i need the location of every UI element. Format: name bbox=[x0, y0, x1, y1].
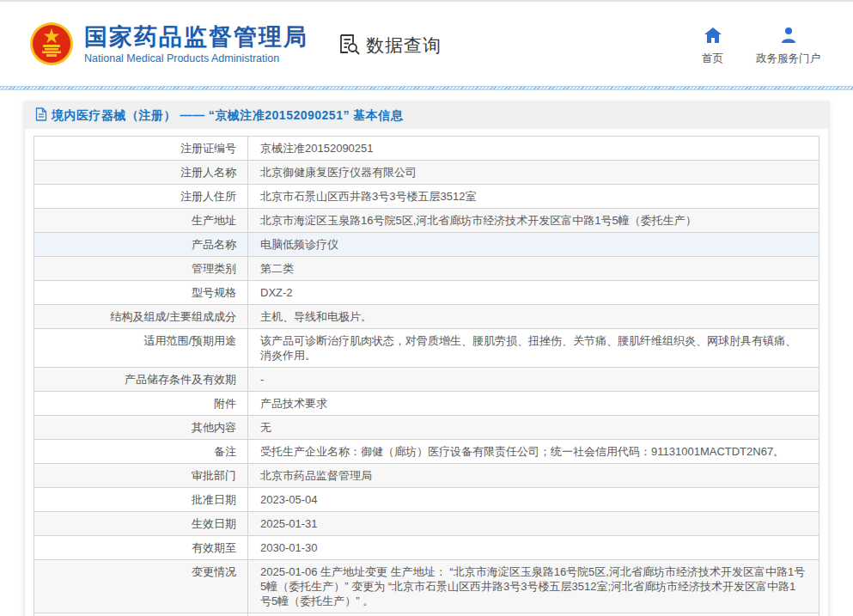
row-label: 有效期至 bbox=[34, 536, 248, 559]
table-row: 生产地址北京市海淀区玉泉路16号院5区,河北省廊坊市经济技术开发区富中路1号5幢… bbox=[34, 209, 819, 233]
table-row: 生效日期2025-01-31 bbox=[34, 512, 819, 536]
nmpa-logo-link[interactable]: 国家药品监督管理局 National Medical Products Admi… bbox=[29, 21, 308, 66]
row-value: 2030-01-30 bbox=[248, 536, 819, 559]
row-value: 北京御健康复医疗仪器有限公司 bbox=[248, 161, 819, 184]
table-row: 型号规格DXZ-2 bbox=[34, 281, 819, 305]
row-value: 2023-05-04 bbox=[248, 488, 819, 511]
nav-gov-portal-label: 政务服务门户 bbox=[756, 52, 820, 66]
row-value: 产品技术要求 bbox=[248, 392, 819, 415]
brand-title-en: National Medical Products Administration bbox=[84, 52, 308, 64]
page-header: 国家药品监督管理局 National Medical Products Admi… bbox=[0, 2, 853, 86]
row-value: 主机、导线和电极片。 bbox=[248, 305, 819, 328]
table-row: 附件产品技术要求 bbox=[34, 392, 819, 416]
table-row: 批准日期2023-05-04 bbox=[34, 488, 819, 512]
document-icon bbox=[35, 107, 52, 125]
row-label: 型号规格 bbox=[34, 281, 248, 304]
nav-gov-portal[interactable]: 政务服务门户 bbox=[756, 27, 820, 66]
row-value: DXZ-2 bbox=[248, 281, 819, 304]
row-value: 2025-01-06 生产地址变更 生产地址： “北京市海淀区玉泉路16号院5区… bbox=[248, 560, 819, 613]
row-value: 北京市石景山区西井路3号3号楼五层3512室 bbox=[248, 185, 819, 208]
table-row: 产品储存条件及有效期- bbox=[34, 368, 819, 392]
row-label: 备注 bbox=[34, 440, 248, 463]
row-value: 受托生产企业名称：御健（廊坊）医疗设备有限责任公司；统一社会信用代码：91131… bbox=[248, 440, 819, 463]
row-label: 生效日期 bbox=[34, 512, 248, 535]
row-label: 结构及组成/主要组成成分 bbox=[34, 305, 248, 328]
row-value: 无 bbox=[248, 416, 819, 439]
table-row: 产品名称电脑低频诊疗仪 bbox=[34, 233, 819, 257]
national-emblem-icon bbox=[29, 21, 74, 66]
row-label: 适用范围/预期用途 bbox=[34, 329, 248, 367]
row-label: 批准日期 bbox=[34, 488, 248, 511]
row-value: 该产品可诊断治疗肌肉状态，对骨质增生、腰肌劳损、扭挫伤、关节痛、腰肌纤维组织炎、… bbox=[248, 329, 819, 367]
user-icon bbox=[779, 27, 798, 47]
row-value: 第二类 bbox=[248, 257, 819, 280]
detail-table: 注册证编号京械注准20152090251 注册人名称北京御健康复医疗仪器有限公司… bbox=[34, 136, 819, 616]
table-row: 变更情况2025-01-06 生产地址变更 生产地址： “北京市海淀区玉泉路16… bbox=[34, 560, 819, 613]
table-row: 管理类别第二类 bbox=[34, 257, 819, 281]
header-nav: 首页 政务服务门户 bbox=[702, 27, 820, 66]
table-row: 注册人名称北京御健康复医疗仪器有限公司 bbox=[34, 161, 819, 185]
table-row: 适用范围/预期用途该产品可诊断治疗肌肉状态，对骨质增生、腰肌劳损、扭挫伤、关节痛… bbox=[34, 329, 819, 368]
row-label: 附件 bbox=[34, 392, 248, 415]
page-title: 境内医疗器械（注册） —— “京械注准20152090251” 基本信息 bbox=[52, 108, 403, 124]
row-label: 注册人名称 bbox=[34, 161, 248, 184]
header-divider bbox=[0, 86, 853, 90]
data-search-nav[interactable]: 数据查询 bbox=[338, 33, 442, 59]
row-value: 北京市海淀区玉泉路16号院5区,河北省廊坊市经济技术开发区富中路1号5幢（委托生… bbox=[248, 209, 819, 232]
nav-home-label: 首页 bbox=[702, 52, 723, 66]
row-label: 生产地址 bbox=[34, 209, 248, 232]
row-label: 变更情况 bbox=[34, 560, 248, 613]
row-value: 2025-01-31 bbox=[248, 512, 819, 535]
table-row: 备注受托生产企业名称：御健（廊坊）医疗设备有限责任公司；统一社会信用代码：911… bbox=[34, 440, 819, 464]
table-row: 有效期至2030-01-30 bbox=[34, 536, 819, 560]
row-value: 北京市药品监督管理局 bbox=[248, 464, 819, 487]
table-row: 注册证编号京械注准20152090251 bbox=[34, 137, 819, 161]
nav-home[interactable]: 首页 bbox=[702, 27, 723, 66]
home-icon bbox=[704, 27, 722, 47]
document-search-icon bbox=[338, 33, 366, 59]
card-title-bar: 境内医疗器械（注册） —— “京械注准20152090251” 基本信息 bbox=[25, 102, 828, 129]
row-label: 审批部门 bbox=[34, 464, 248, 487]
row-label: 产品储存条件及有效期 bbox=[34, 368, 248, 391]
row-label: 管理类别 bbox=[34, 257, 248, 280]
row-value: - bbox=[248, 368, 819, 391]
table-row: 结构及组成/主要组成成分主机、导线和电极片。 bbox=[34, 305, 819, 329]
row-value: 电脑低频诊疗仪 bbox=[248, 233, 819, 256]
row-label: 注册人住所 bbox=[34, 185, 248, 208]
table-row: 审批部门北京市药品监督管理局 bbox=[34, 464, 819, 488]
row-label: 产品名称 bbox=[34, 233, 248, 256]
detail-card: 境内医疗器械（注册） —— “京械注准20152090251” 基本信息 注册证… bbox=[24, 101, 829, 616]
row-value: 京械注准20152090251 bbox=[248, 137, 819, 160]
brand-title-cn: 国家药品监督管理局 bbox=[84, 24, 308, 50]
table-row: 其他内容无 bbox=[34, 416, 819, 440]
table-row: 注册人住所北京市石景山区西井路3号3号楼五层3512室 bbox=[34, 185, 819, 209]
data-search-label: 数据查询 bbox=[366, 34, 442, 58]
row-label: 其他内容 bbox=[34, 416, 248, 439]
row-label: 注册证编号 bbox=[34, 137, 248, 160]
